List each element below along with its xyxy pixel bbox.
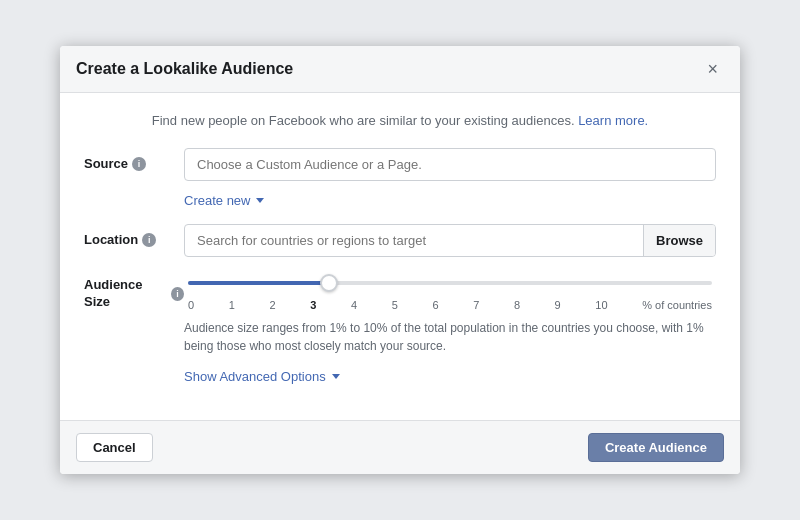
location-input[interactable] (185, 225, 643, 256)
intro-description: Find new people on Facebook who are simi… (152, 113, 575, 128)
cancel-button[interactable]: Cancel (76, 433, 153, 462)
percent-countries-label: % of countries (642, 299, 712, 311)
browse-button[interactable]: Browse (643, 225, 715, 256)
create-new-link[interactable]: Create new (184, 193, 264, 208)
modal-header: Create a Lookalike Audience × (60, 46, 740, 93)
modal-body: Find new people on Facebook who are simi… (60, 93, 740, 420)
close-button[interactable]: × (701, 58, 724, 80)
audience-size-info-icon[interactable]: i (171, 287, 184, 301)
location-info-icon[interactable]: i (142, 233, 156, 247)
slider-tick-labels: 0 1 2 3 4 5 6 7 8 9 10 % of countries (184, 299, 716, 311)
audience-size-description: Audience size ranges from 1% to 10% of t… (184, 319, 716, 355)
slider-section: 0 1 2 3 4 5 6 7 8 9 10 % of countries Au… (184, 273, 716, 384)
intro-text: Find new people on Facebook who are simi… (84, 113, 716, 128)
modal-dialog: Create a Lookalike Audience × Find new p… (60, 46, 740, 474)
location-label: Location i (84, 224, 184, 247)
create-new-chevron-icon (256, 198, 264, 203)
location-control-wrap: Browse (184, 224, 716, 257)
slider-container (184, 273, 716, 293)
source-control-wrap: Create new (184, 148, 716, 208)
modal-overlay: Create a Lookalike Audience × Find new p… (0, 0, 800, 520)
source-label: Source i (84, 148, 184, 171)
source-info-icon[interactable]: i (132, 157, 146, 171)
source-input[interactable] (184, 148, 716, 181)
location-input-wrap: Browse (184, 224, 716, 257)
show-advanced-link[interactable]: Show Advanced Options (184, 369, 340, 384)
modal-title: Create a Lookalike Audience (76, 60, 293, 78)
learn-more-link[interactable]: Learn more. (578, 113, 648, 128)
audience-size-label: Audience Size i (84, 273, 184, 311)
create-audience-button[interactable]: Create Audience (588, 433, 724, 462)
modal-footer: Cancel Create Audience (60, 420, 740, 474)
audience-size-row: Audience Size i 0 1 2 (84, 273, 716, 384)
location-row: Location i Browse (84, 224, 716, 257)
source-row: Source i Create new (84, 148, 716, 208)
advanced-chevron-icon (332, 374, 340, 379)
